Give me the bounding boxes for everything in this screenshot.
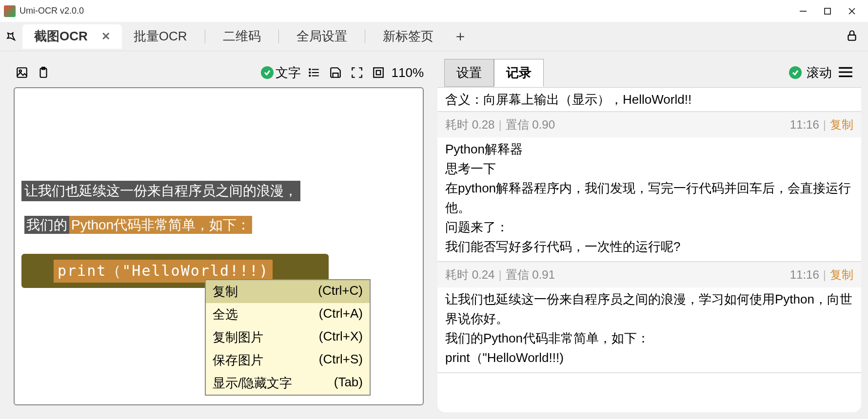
record-meta: 耗时 0.28 | 置信 0.90 11:16 | 复制 [437, 112, 861, 137]
tab-label: 全局设置 [296, 28, 347, 45]
app-title: Umi-OCR v2.0.0 [20, 6, 84, 16]
svg-rect-15 [374, 68, 383, 77]
tab-label: 新标签页 [383, 28, 434, 45]
menu-label: 保存图片 [213, 352, 263, 369]
menu-shortcut: (Ctrl+S) [309, 352, 363, 369]
list-icon[interactable] [306, 64, 322, 81]
tab-new[interactable]: 新标签页 [371, 24, 445, 49]
copy-button[interactable]: 复制 [830, 265, 853, 285]
auto-scroll-toggle[interactable]: 滚动 [789, 64, 832, 81]
left-panel: 文字 110% 让我们也延续这一份来自程序员之间的浪漫， 我们的Python代码… [7, 58, 431, 412]
tab-separator [278, 30, 279, 43]
tab-separator [365, 30, 365, 43]
svg-point-13 [309, 72, 310, 73]
tab-label: 截图OCR [34, 28, 88, 45]
ocr-text-line[interactable]: 我们的Python代码非常简单，如下： [21, 215, 255, 235]
menu-label: 复制图片 [213, 329, 263, 346]
tab-qrcode[interactable]: 二维码 [211, 24, 273, 49]
menu-shortcut: (Ctrl+C) [308, 283, 363, 300]
scroll-label: 滚动 [807, 64, 832, 81]
record-body[interactable]: Python解释器 思考一下 在python解释器程序内，我们发现，写完一行代码… [437, 137, 861, 261]
fit-icon[interactable] [370, 64, 387, 81]
right-panel: 设置 记录 滚动 含义：向屏幕上输出（显示），HelloWorld!! 耗时 0… [437, 58, 861, 412]
record-timestamp: 11:16 [790, 115, 819, 134]
svg-rect-1 [825, 8, 830, 14]
check-icon [261, 66, 274, 79]
maximize-button[interactable] [815, 1, 840, 21]
ocr-text-line[interactable]: 让我们也延续这一份来自程序员之间的浪漫， [21, 181, 300, 201]
tab-label: 二维码 [223, 28, 261, 45]
records-list[interactable]: 含义：向屏幕上输出（显示），HelloWorld!! 耗时 0.28 | 置信 … [437, 87, 861, 412]
paste-icon[interactable] [35, 64, 52, 81]
menu-icon[interactable] [838, 66, 854, 79]
menu-shortcut: (Ctrl+A) [309, 306, 363, 323]
menu-copy-image[interactable]: 复制图片 (Ctrl+X) [206, 326, 370, 349]
ocr-text-segment: Python代码非常简单，如下： [69, 216, 252, 234]
text-label: 文字 [276, 64, 301, 81]
image-viewer[interactable]: 让我们也延续这一份来自程序员之间的浪漫， 我们的Python代码非常简单，如下：… [14, 87, 424, 405]
record-partial: 含义：向屏幕上输出（显示），HelloWorld!! [437, 88, 861, 112]
add-tab-button[interactable]: ＋ [445, 26, 475, 46]
menu-label: 显示/隐藏文字 [213, 375, 292, 392]
tab-global-settings[interactable]: 全局设置 [285, 24, 359, 49]
tab-batch-ocr[interactable]: 批量OCR [122, 24, 199, 49]
separator: | [498, 265, 501, 285]
separator: | [823, 265, 826, 285]
image-icon[interactable] [14, 64, 30, 81]
separator: | [823, 115, 826, 134]
menu-select-all[interactable]: 全选 (Ctrl+A) [206, 303, 370, 326]
separator: | [498, 115, 501, 134]
save-icon[interactable] [327, 64, 344, 81]
context-menu: 复制 (Ctrl+C) 全选 (Ctrl+A) 复制图片 (Ctrl+X) 保存… [205, 279, 371, 396]
zoom-level[interactable]: 110% [392, 65, 424, 80]
svg-point-14 [309, 75, 310, 76]
tab-label: 批量OCR [134, 28, 187, 45]
tab-separator [205, 30, 205, 43]
content-area: 文字 110% 让我们也延续这一份来自程序员之间的浪漫， 我们的Python代码… [0, 51, 868, 419]
menu-save-image[interactable]: 保存图片 (Ctrl+S) [206, 349, 370, 372]
check-icon [789, 66, 802, 79]
menu-copy[interactable]: 复制 (Ctrl+C) [206, 280, 370, 303]
tab-screenshot-ocr[interactable]: 截图OCR ✕ [22, 24, 122, 49]
svg-rect-5 [17, 68, 27, 77]
record-confidence: 置信 0.90 [506, 115, 555, 134]
svg-point-12 [309, 69, 310, 70]
ocr-text-segment: 我们的 [24, 216, 69, 234]
record-time-cost: 耗时 0.28 [445, 115, 494, 134]
menu-toggle-text[interactable]: 显示/隐藏文字 (Tab) [206, 372, 370, 395]
menu-shortcut: (Tab) [324, 375, 363, 392]
menu-shortcut: (Ctrl+X) [309, 329, 363, 346]
menu-label: 复制 [213, 283, 238, 300]
lock-icon[interactable] [846, 29, 858, 44]
minimize-button[interactable] [791, 1, 815, 21]
pin-icon[interactable] [4, 29, 19, 44]
left-toolbar: 文字 110% [7, 58, 431, 87]
close-tab-icon[interactable]: ✕ [101, 30, 110, 43]
sub-tab-settings[interactable]: 设置 [444, 59, 494, 87]
svg-point-6 [20, 70, 21, 72]
record-body[interactable]: 让我们也延续这一份来自程序员之间的浪漫，学习如何使用Python，向世界说你好。… [437, 287, 861, 372]
record-item: 耗时 0.24 | 置信 0.91 11:16 | 复制 让我们也延续这一份来自… [437, 262, 861, 373]
svg-rect-4 [848, 35, 855, 40]
record-timestamp: 11:16 [790, 265, 819, 285]
tab-bar: 截图OCR ✕ 批量OCR 二维码 全局设置 新标签页 ＋ [0, 22, 868, 51]
close-button[interactable] [840, 1, 864, 21]
menu-label: 全选 [213, 306, 238, 323]
svg-rect-16 [376, 71, 380, 75]
title-bar: Umi-OCR v2.0.0 [0, 0, 868, 22]
sub-tab-records[interactable]: 记录 [494, 59, 544, 87]
record-time-cost: 耗时 0.24 [445, 265, 494, 285]
record-meta: 耗时 0.24 | 置信 0.91 11:16 | 复制 [437, 262, 861, 287]
fullscreen-icon[interactable] [349, 64, 365, 81]
record-confidence: 置信 0.91 [506, 265, 555, 285]
right-toolbar: 设置 记录 滚动 [437, 58, 861, 87]
copy-button[interactable]: 复制 [830, 115, 853, 134]
app-icon [4, 5, 16, 17]
text-mode-toggle[interactable]: 文字 [261, 64, 301, 81]
record-item: 耗时 0.28 | 置信 0.90 11:16 | 复制 Python解释器 思… [437, 112, 861, 262]
